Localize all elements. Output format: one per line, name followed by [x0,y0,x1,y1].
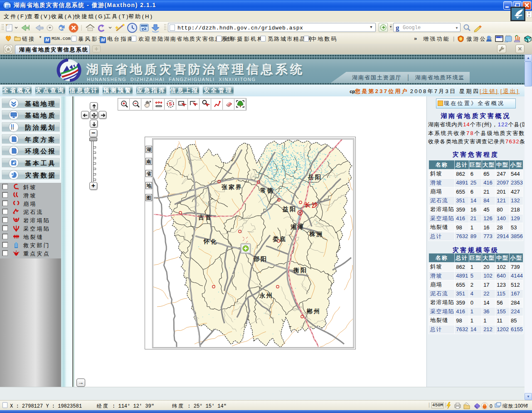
svg-text:S: S [169,101,172,106]
svg-text:郴州: 郴州 [306,308,321,315]
svg-text:图: 图 [146,195,151,201]
svg-text:株洲: 株洲 [309,231,323,237]
svg-text:衡阳: 衡阳 [293,267,308,273]
svg-text:娄底: 娄底 [273,236,287,242]
svg-text:地: 地 [146,183,152,189]
svg-text:吉首: 吉首 [198,214,212,221]
svg-text:张家界: 张家界 [222,184,243,190]
svg-text:?: ? [158,101,160,105]
svg-text:长沙: 长沙 [304,202,319,208]
svg-text:0: 0 [490,403,493,409]
svg-text:岳阳: 岳阳 [308,174,322,180]
svg-text:益阳: 益阳 [282,206,297,212]
svg-text:湖: 湖 [146,147,151,152]
svg-text:邵阳: 邵阳 [253,256,268,262]
svg-text:永州: 永州 [259,292,273,299]
svg-text:怀化: 怀化 [203,238,218,245]
svg-text:省: 省 [146,171,152,177]
svg-text:湘潭: 湘潭 [290,224,305,230]
svg-text:南: 南 [146,159,151,165]
svg-text:常德: 常德 [260,187,274,194]
